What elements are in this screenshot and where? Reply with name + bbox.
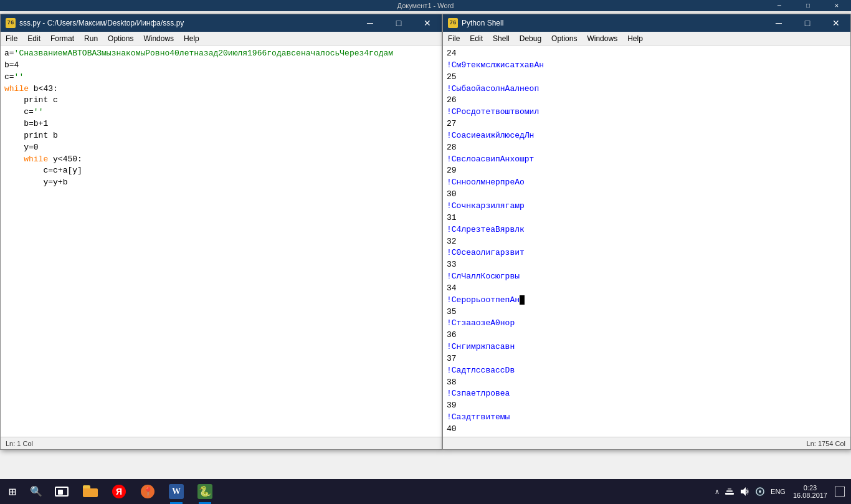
clock-date: 16.08.2017	[793, 492, 827, 499]
idle-editor-menubar: File Edit Format Run Options Windows Hel…	[1, 32, 442, 45]
win-minimize-button[interactable]: ─	[765, 0, 794, 11]
shell-statusbar: Ln: 1754 Col	[443, 437, 850, 449]
shell-menu-help[interactable]: Help	[622, 32, 648, 45]
idle-close-button[interactable]: ✕	[413, 14, 442, 32]
taskbar-network-icon[interactable]	[722, 479, 737, 504]
taskbar-start-button[interactable]: ⊞	[0, 479, 25, 504]
taskbar-clock[interactable]: 0:23 16.08.2017	[788, 479, 832, 504]
shell-titlebar: 76 Python Shell ─ □ ✕	[443, 14, 850, 32]
idle-menu-run[interactable]: Run	[79, 32, 103, 45]
win-maximize-button[interactable]: □	[794, 0, 822, 11]
shell-statusbar-info: Ln: 1754 Col	[807, 440, 845, 447]
idle-menu-format[interactable]: Format	[45, 32, 79, 45]
windows-titlebar: Документ1 - Word ─ □ ✕	[0, 0, 851, 11]
svg-rect-0	[725, 493, 734, 495]
taskbar-language-indicator[interactable]: ENG	[768, 479, 788, 504]
idle-menu-file[interactable]: File	[1, 32, 22, 45]
clock-time: 0:23	[804, 484, 817, 492]
steam-icon	[754, 486, 766, 497]
svg-marker-3	[741, 487, 746, 496]
expand-tray-icon: ∧	[715, 488, 720, 496]
idle-editor-titlebar: 76 sss.py - С:/Users/Максим/Desktop/Иинф…	[1, 14, 442, 32]
shell-menu-edit[interactable]: Edit	[465, 32, 488, 45]
idle-maximize-button[interactable]: □	[384, 14, 413, 32]
idle-editor-title: sss.py - С:/Users/Максим/Desktop/Иинфа/s…	[19, 19, 184, 27]
taskbar-yandex-browser[interactable]: Я	[105, 479, 133, 504]
svg-point-6	[759, 490, 761, 493]
idle-editor-statusbar: Ln: 1 Col	[1, 437, 442, 449]
idle-statusbar-info: Ln: 1 Col	[6, 440, 33, 447]
shell-maximize-button[interactable]: □	[793, 14, 822, 32]
shell-output-content: 24 !См9текмслжисатхавАн 25 !СыбаойасолнА…	[447, 48, 847, 437]
taskbar-tray: ∧ ENG 0:23	[712, 479, 851, 504]
windows-title: Документ1 - Word	[397, 2, 454, 9]
shell-output-area[interactable]: 24 !См9текмслжисатхавАн 25 !СыбаойасолнА…	[443, 45, 850, 437]
taskbar-steam-icon[interactable]	[752, 479, 768, 504]
search-icon: 🔍	[30, 485, 42, 498]
shell-menu-debug[interactable]: Debug	[515, 32, 546, 45]
shell-menu-shell[interactable]: Shell	[488, 32, 515, 45]
language-text: ENG	[771, 488, 786, 495]
idle-editor-window: 76 sss.py - С:/Users/Максим/Desktop/Иинф…	[0, 14, 442, 450]
taskbar-maps-app[interactable]: 📍	[133, 479, 162, 504]
shell-icon: 76	[448, 18, 458, 28]
windows-title-controls: ─ □ ✕	[765, 0, 851, 11]
python-shell-window: 76 Python Shell ─ □ ✕ File Edit Shell De…	[442, 14, 851, 450]
idle-code-area[interactable]: a='СназваниемАВТОВАЗмызнакомыРовно40летн…	[1, 45, 442, 437]
shell-controls: ─ □ ✕	[764, 14, 850, 32]
svg-rect-1	[726, 490, 733, 492]
idle-minimize-button[interactable]: ─	[356, 14, 384, 32]
taskbar-word-app[interactable]: W	[162, 479, 191, 504]
shell-minimize-button[interactable]: ─	[764, 14, 793, 32]
shell-menu-windows[interactable]: Windows	[582, 32, 622, 45]
taskbar-idle-app[interactable]: 🐍	[191, 479, 219, 504]
idle-code-content: a='СназваниемАВТОВАЗмызнакомыРовно40летн…	[4, 48, 438, 189]
shell-menu-options[interactable]: Options	[546, 32, 582, 45]
volume-icon	[739, 487, 749, 497]
win-close-button[interactable]: ✕	[822, 0, 851, 11]
windows-logo-icon: ⊞	[9, 484, 16, 500]
svg-rect-7	[835, 487, 845, 497]
shell-title: Python Shell	[462, 19, 503, 27]
taskbar-tray-expand[interactable]: ∧	[712, 479, 722, 504]
idle-editor-icon: 76	[6, 18, 16, 28]
shell-menu-file[interactable]: File	[443, 32, 465, 45]
idle-menu-edit[interactable]: Edit	[22, 32, 45, 45]
idle-editor-controls: ─ □ ✕	[356, 14, 442, 32]
idle-menu-options[interactable]: Options	[103, 32, 138, 45]
svg-rect-2	[728, 488, 731, 490]
taskbar: ⊞ 🔍 Я 📍 W 🐍 ∧	[0, 479, 851, 504]
network-icon	[725, 487, 735, 497]
shell-close-button[interactable]: ✕	[822, 14, 850, 32]
idle-menu-help[interactable]: Help	[179, 32, 204, 45]
taskbar-file-explorer[interactable]	[76, 479, 105, 504]
idle-menu-windows[interactable]: Windows	[138, 32, 179, 45]
taskbar-volume-icon[interactable]	[737, 479, 752, 504]
taskbar-notification-button[interactable]	[832, 479, 847, 504]
notification-icon	[835, 487, 845, 497]
shell-menubar: File Edit Shell Debug Options Windows He…	[443, 32, 850, 45]
taskbar-search-button[interactable]: 🔍	[25, 479, 47, 504]
taskbar-taskview-button[interactable]	[47, 479, 76, 504]
